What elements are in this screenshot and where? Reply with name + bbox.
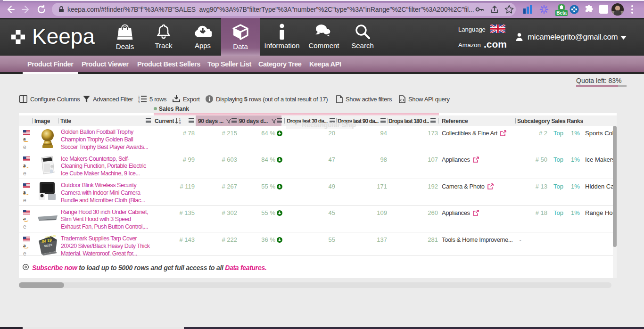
svg-text:e: e [23, 144, 26, 149]
svg-text:a: a [23, 136, 26, 141]
svg-text:a: a [23, 243, 26, 248]
svg-text:a: a [23, 216, 26, 221]
svg-text:Beta: Beta [556, 10, 567, 16]
svg-text:e: e [23, 223, 26, 229]
svg-text:3: 3 [138, 101, 140, 103]
svg-text:a: a [23, 189, 26, 195]
svg-text:e: e [23, 250, 26, 256]
svg-text:a: a [23, 163, 26, 168]
svg-text:e: e [23, 170, 26, 176]
svg-text:1: 1 [179, 118, 181, 121]
svg-text:9: 9 [179, 121, 181, 124]
svg-text:e: e [23, 197, 26, 203]
